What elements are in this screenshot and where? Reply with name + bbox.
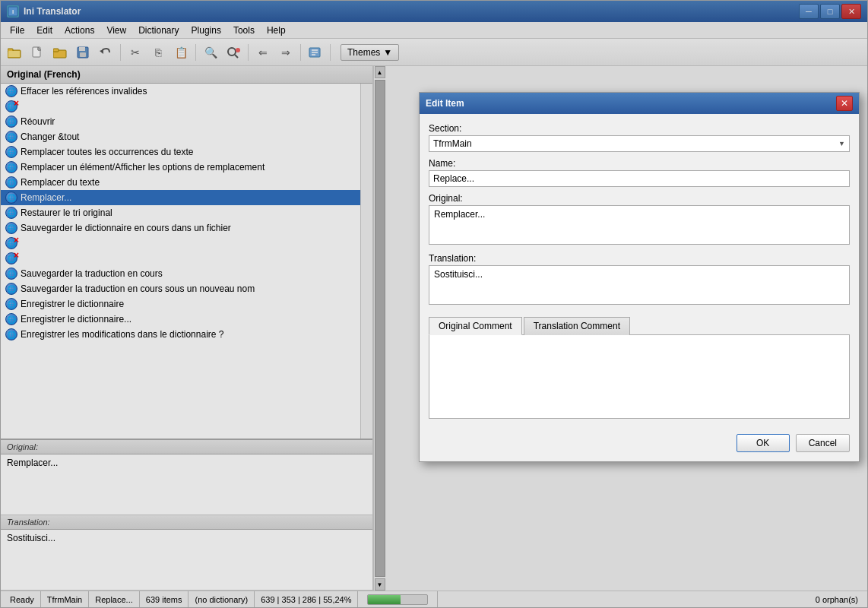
tab-original-comment[interactable]: Original Comment (429, 317, 522, 335)
cancel-button[interactable]: Cancel (796, 434, 850, 452)
modal-overlay: Edit Item ✕ Section: TfrmMain Name: (1, 1, 867, 607)
name-field-group: Name: (429, 158, 850, 187)
dialog-close-button[interactable]: ✕ (836, 96, 853, 111)
ok-button[interactable]: OK (737, 434, 790, 452)
translation-field-label: Translation: (429, 253, 850, 264)
tab-content-area[interactable] (429, 335, 850, 419)
dialog-body: Section: TfrmMain Name: Original: Rempla… (420, 114, 859, 428)
edit-item-dialog: Edit Item ✕ Section: TfrmMain Name: (419, 92, 860, 462)
comment-tabs-section: Original Comment Translation Comment (429, 313, 850, 419)
section-dropdown[interactable]: TfrmMain (429, 135, 850, 152)
tab-translation-comment[interactable]: Translation Comment (524, 317, 630, 335)
section-label: Section: (429, 123, 850, 134)
section-dropdown-wrapper: TfrmMain (429, 135, 850, 152)
dialog-title: Edit Item (426, 98, 836, 109)
original-field-label: Original: (429, 193, 850, 204)
translation-textarea[interactable]: Sostituisci... (429, 265, 850, 305)
original-textarea[interactable]: Remplacer... (429, 205, 850, 245)
dialog-footer: OK Cancel (420, 428, 859, 461)
section-field-group: Section: TfrmMain (429, 123, 850, 152)
comment-tabs: Original Comment Translation Comment (429, 316, 850, 335)
original-field-group: Original: Remplacer... (429, 193, 850, 247)
dialog-title-bar: Edit Item ✕ (420, 93, 859, 114)
main-window: I Ini Translator ─ □ ✕ File Edit Actions… (0, 0, 868, 608)
name-label: Name: (429, 158, 850, 169)
translation-field-group: Translation: Sostituisci... (429, 253, 850, 307)
name-input[interactable] (429, 170, 850, 187)
